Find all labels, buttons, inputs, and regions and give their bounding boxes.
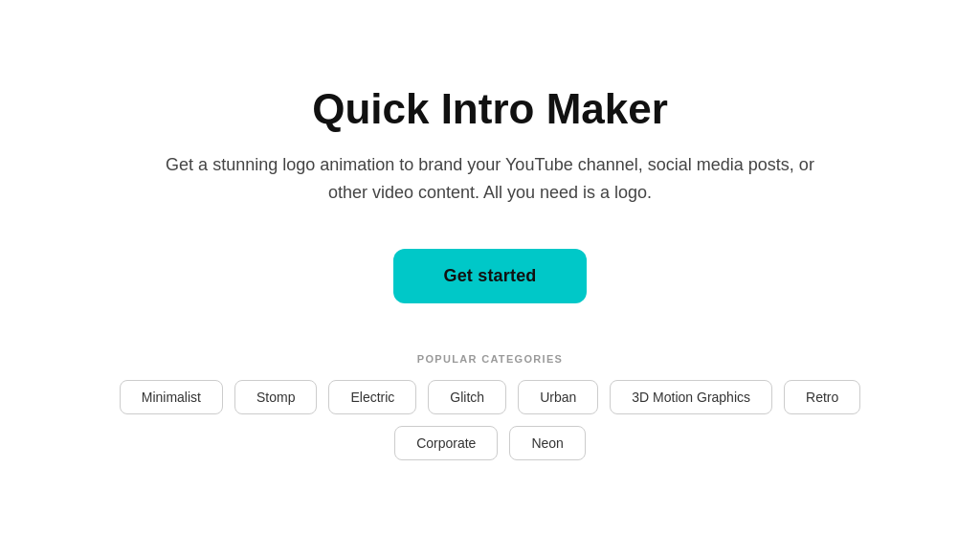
get-started-button[interactable]: Get started bbox=[393, 249, 586, 303]
category-glitch[interactable]: Glitch bbox=[428, 380, 506, 414]
main-content: Quick Intro Maker Get a stunning logo an… bbox=[0, 85, 980, 471]
category-row-1: Minimalist Stomp Electric Glitch Urban 3… bbox=[120, 380, 861, 414]
categories-section: POPULAR CATEGORIES Minimalist Stomp Elec… bbox=[38, 353, 942, 472]
category-urban[interactable]: Urban bbox=[518, 380, 598, 414]
category-retro[interactable]: Retro bbox=[784, 380, 860, 414]
category-electric[interactable]: Electric bbox=[328, 380, 416, 414]
category-3d-motion[interactable]: 3D Motion Graphics bbox=[610, 380, 772, 414]
category-corporate[interactable]: Corporate bbox=[394, 426, 498, 460]
category-stomp[interactable]: Stomp bbox=[234, 380, 317, 414]
popular-categories-label: POPULAR CATEGORIES bbox=[417, 353, 564, 365]
category-neon[interactable]: Neon bbox=[509, 426, 585, 460]
page-title: Quick Intro Maker bbox=[312, 85, 668, 134]
page-subtitle: Get a stunning logo animation to brand y… bbox=[165, 151, 815, 207]
category-row-2: Corporate Neon bbox=[394, 426, 586, 460]
category-minimalist[interactable]: Minimalist bbox=[120, 380, 223, 414]
